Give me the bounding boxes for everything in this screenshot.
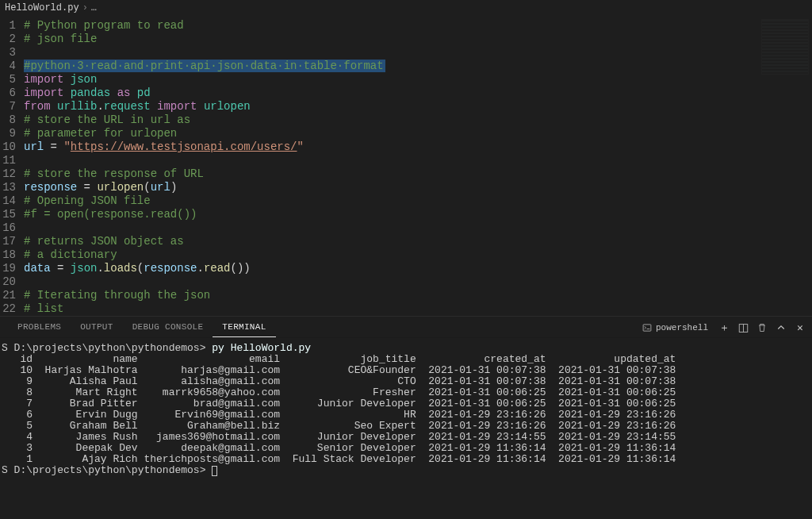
kill-terminal-icon[interactable] <box>756 322 768 333</box>
terminal-output[interactable]: S D:\projects\python\pythondemos> py Hel… <box>0 338 812 519</box>
code-line[interactable]: 15#f = open(response.read()) <box>0 208 812 221</box>
line-number: 14 <box>0 194 24 208</box>
code-line[interactable]: 17# returns JSON object as <box>0 235 812 248</box>
split-terminal-icon[interactable] <box>737 322 749 333</box>
breadcrumb[interactable]: HelloWorld.py › … <box>0 0 812 16</box>
code-line[interactable]: 9# parameter for urlopen <box>0 127 812 140</box>
code-line[interactable]: 6import pandas as pd <box>0 86 812 100</box>
line-number: 7 <box>0 100 24 113</box>
line-number: 13 <box>0 181 24 194</box>
code-line[interactable]: 19data = json.loads(response.read()) <box>0 262 812 275</box>
line-number: 20 <box>0 275 24 289</box>
line-number: 8 <box>0 113 24 127</box>
code-line[interactable]: 5import json <box>0 73 812 86</box>
code-line[interactable]: 16 <box>0 221 812 235</box>
panel-tabs: PROBLEMS OUTPUT DEBUG CONSOLE TERMINAL p… <box>0 316 812 338</box>
tab-debug-console[interactable]: DEBUG CONSOLE <box>123 317 213 336</box>
code-line[interactable]: 3 <box>0 46 812 60</box>
code-editor[interactable]: 1# Python program to read2# json file34#… <box>0 16 812 316</box>
code-line[interactable]: 13response = urlopen(url) <box>0 181 812 194</box>
breadcrumb-file[interactable]: HelloWorld.py <box>5 2 79 13</box>
line-number: 19 <box>0 262 24 275</box>
line-number: 4 <box>0 60 24 73</box>
line-number: 1 <box>0 19 24 33</box>
tab-terminal[interactable]: TERMINAL <box>213 317 275 337</box>
code-line[interactable]: 18# a dictionary <box>0 248 812 262</box>
line-number: 17 <box>0 235 24 248</box>
code-line[interactable]: 22# list <box>0 302 812 316</box>
line-number: 6 <box>0 86 24 100</box>
tab-problems[interactable]: PROBLEMS <box>8 317 71 336</box>
svg-rect-0 <box>643 325 651 331</box>
code-line[interactable]: 1# Python program to read <box>0 19 812 33</box>
panel-actions: powershell ＋ ✕ <box>639 317 806 339</box>
line-number: 3 <box>0 46 24 60</box>
line-number: 2 <box>0 33 24 46</box>
breadcrumb-sep: › <box>82 2 88 13</box>
line-number: 5 <box>0 73 24 86</box>
terminal-icon <box>642 322 653 333</box>
code-line[interactable]: 12# store the response of URL <box>0 167 812 181</box>
line-number: 9 <box>0 127 24 140</box>
tab-output[interactable]: OUTPUT <box>71 317 122 336</box>
code-line[interactable]: 10url = "https://www.testjsonapi.com/use… <box>0 140 812 154</box>
new-terminal-icon[interactable]: ＋ <box>718 322 730 333</box>
breadcrumb-more[interactable]: … <box>91 2 97 13</box>
terminal-shell-label: powershell <box>656 323 708 333</box>
maximize-panel-icon[interactable] <box>776 322 787 333</box>
code-line[interactable]: 8# store the URL in url as <box>0 113 812 127</box>
line-number: 16 <box>0 221 24 235</box>
terminal-shell-selector[interactable]: powershell <box>639 321 710 335</box>
editor-area[interactable]: 1# Python program to read2# json file34#… <box>0 16 812 316</box>
line-number: 11 <box>0 154 24 167</box>
code-line[interactable]: 14# Opening JSON file <box>0 194 812 208</box>
line-number: 12 <box>0 167 24 181</box>
code-line[interactable]: 4#python·3·read·and·print·api·json·data·… <box>0 60 812 73</box>
code-line[interactable]: 11 <box>0 154 812 167</box>
code-line[interactable]: 7from urllib.request import urlopen <box>0 100 812 113</box>
line-number: 18 <box>0 248 24 262</box>
code-line[interactable]: 2# json file <box>0 33 812 46</box>
code-line[interactable]: 21# Iterating through the json <box>0 289 812 302</box>
code-line[interactable]: 20 <box>0 275 812 289</box>
line-number: 21 <box>0 289 24 302</box>
line-number: 10 <box>0 140 24 154</box>
line-number: 15 <box>0 208 24 221</box>
line-number: 22 <box>0 302 24 316</box>
close-panel-icon[interactable]: ✕ <box>795 322 806 333</box>
